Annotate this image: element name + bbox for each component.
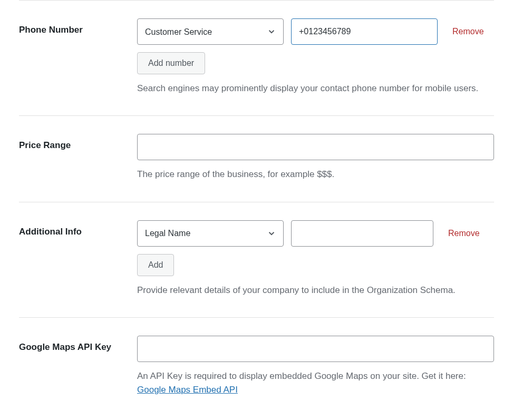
google-maps-help-prefix: An API Key is required to display embedd…	[137, 371, 466, 381]
price-range-input[interactable]	[137, 134, 494, 160]
phone-number-content: Customer Service Remove Add number Searc…	[137, 18, 494, 95]
additional-help-text: Provide relevant details of your company…	[137, 284, 485, 297]
price-range-section: Price Range The price range of the busin…	[19, 115, 494, 201]
phone-number-label: Phone Number	[19, 18, 137, 95]
google-maps-input[interactable]	[137, 336, 494, 362]
google-maps-embed-link[interactable]: Google Maps Embed API	[137, 385, 238, 395]
additional-info-label: Additional Info	[19, 220, 137, 297]
additional-info-row: Legal Name Remove	[137, 220, 494, 247]
google-maps-row	[137, 336, 494, 362]
price-range-content: The price range of the business, for exa…	[137, 134, 494, 181]
additional-value-input[interactable]	[291, 220, 433, 247]
phone-number-section: Phone Number Customer Service Remove Add…	[19, 0, 494, 115]
additional-info-content: Legal Name Remove Add Provide relevant d…	[137, 220, 494, 297]
google-maps-content: An API Key is required to display embedd…	[137, 336, 494, 397]
google-maps-help-text: An API Key is required to display embedd…	[137, 369, 485, 397]
phone-type-select[interactable]: Customer Service	[137, 18, 284, 45]
additional-remove-link[interactable]: Remove	[448, 229, 480, 238]
additional-type-select[interactable]: Legal Name	[137, 220, 284, 247]
phone-remove-link[interactable]: Remove	[452, 27, 484, 36]
google-maps-label: Google Maps API Key	[19, 336, 137, 397]
additional-type-select-wrapper: Legal Name	[137, 220, 284, 247]
price-range-label: Price Range	[19, 134, 137, 181]
phone-help-text: Search engines may prominently display y…	[137, 82, 485, 95]
google-maps-section: Google Maps API Key An API Key is requir…	[19, 317, 494, 417]
phone-value-input[interactable]	[291, 18, 438, 45]
phone-type-select-wrapper: Customer Service	[137, 18, 284, 45]
price-range-help-text: The price range of the business, for exa…	[137, 168, 485, 181]
phone-number-row: Customer Service Remove	[137, 18, 494, 45]
price-range-row	[137, 134, 494, 160]
additional-info-section: Additional Info Legal Name Remove Add Pr…	[19, 202, 494, 317]
add-button[interactable]: Add	[137, 254, 174, 276]
add-number-button[interactable]: Add number	[137, 52, 205, 74]
